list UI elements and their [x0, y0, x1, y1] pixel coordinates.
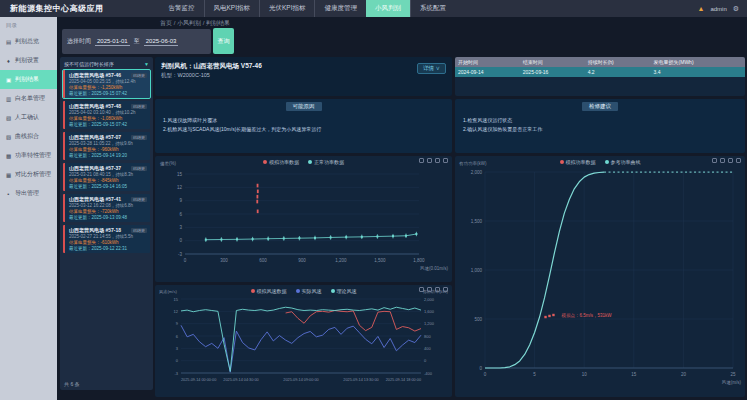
legend-label: 实际风速: [302, 288, 322, 294]
alarm-card-period: 2025-04-02 03:10:40，持续10.2h: [69, 110, 147, 115]
legend-dot-icon: [263, 160, 267, 164]
chart-legend: 模拟功率数据正常功率数据: [155, 159, 452, 165]
alarm-card-title: 山西老营风电场 #57-41已结束: [69, 196, 147, 202]
svg-text:800: 800: [424, 334, 431, 339]
toolbox-icon[interactable]: [427, 287, 432, 292]
sidebar-item-判别设置[interactable]: ♦判别设置: [0, 51, 57, 70]
toolbox-icon[interactable]: [443, 158, 448, 163]
toolbox-icon[interactable]: [720, 158, 725, 163]
legend-item-理论风速[interactable]: 理论风速: [331, 288, 357, 294]
maintenance-suggestions-panel: 检修建议 1.检查风速仪运行状态2.确认风速仪加热装置是否正常工作: [455, 99, 745, 153]
alarm-card[interactable]: 山西老营风电场 #57-46已结束2025-04-05 00:25:15，持续1…: [63, 70, 150, 98]
top-nav: 告警监控风电KPI指标光伏KPI指标健康度管理小风判别系统配置: [160, 0, 455, 17]
legend-label: 模拟风速数据: [257, 288, 287, 294]
nav-item-风电KPI指标[interactable]: 风电KPI指标: [204, 0, 259, 17]
turbine-detail-title: 判别风机：山西老营风电场 V57-46: [155, 57, 452, 72]
legend-item-模拟功率数据[interactable]: 模拟功率数据: [560, 159, 596, 165]
alarm-card-updated: 最近更新：2025-09-15 07:42: [69, 122, 147, 127]
sidebar-item-对比分析管理[interactable]: ▦对比分析管理: [0, 165, 57, 184]
alarm-card[interactable]: 山西老营风电场 #57-41已结束2025-03-12 16:22:08，持续6…: [63, 194, 150, 222]
svg-text:600: 600: [259, 258, 267, 263]
sidebar-item-icon: ▧: [5, 134, 12, 140]
legend-item-模拟风速数据[interactable]: 模拟风速数据: [251, 288, 287, 294]
query-button[interactable]: 查询: [213, 28, 234, 54]
svg-text:1,500: 1,500: [471, 219, 483, 224]
end-date-input[interactable]: 2025-06-03: [144, 38, 179, 46]
legend-item-实际风速[interactable]: 实际风速: [296, 288, 322, 294]
username[interactable]: admin: [710, 6, 726, 12]
toolbox-icon[interactable]: [427, 158, 432, 163]
app-title: 新能源集控中心高级应用: [0, 3, 114, 14]
alarm-card-turbine: 山西老营风电场 #57-48: [69, 103, 121, 109]
alarm-card[interactable]: 山西老营风电场 #57-37已结束2025-03-21 08:40:15，持续8…: [63, 163, 150, 191]
table-header: 结束时间: [520, 57, 585, 67]
power-curve-plot[interactable]: 05001,0001,5002,0000510152025有功功率(kW)风速(…: [455, 156, 745, 394]
alarm-card[interactable]: 山西老营风电场 #57-18已结束2025-02-27 21:14:55，持续5…: [63, 225, 150, 253]
legend-dot-icon: [605, 160, 609, 164]
toolbox-icon[interactable]: [435, 158, 440, 163]
svg-text:900: 900: [298, 258, 306, 263]
legend-label: 模拟功率数据: [566, 159, 596, 165]
svg-text:300: 300: [220, 258, 228, 263]
sidebar-item-人工确认[interactable]: ▨人工确认: [0, 108, 57, 127]
warning-triangle-icon[interactable]: ▲: [697, 5, 704, 12]
filter-funnel-icon[interactable]: ▼: [144, 61, 149, 67]
gear-icon[interactable]: ⚙: [733, 5, 739, 13]
sidebar-item-判别结果[interactable]: ▣判别结果: [0, 70, 57, 89]
legend-item-模拟功率数据[interactable]: 模拟功率数据: [263, 159, 299, 165]
nav-item-健康度管理[interactable]: 健康度管理: [314, 0, 366, 17]
alarm-list-panel: 按不可信运行时长排序 ▼ 山西老营风电场 #57-46已结束2025-04-05…: [60, 57, 153, 390]
nav-item-小风判别[interactable]: 小风判别: [366, 0, 410, 17]
nav-item-光伏KPI指标[interactable]: 光伏KPI指标: [259, 0, 314, 17]
sidebar-menu: ▤判别总览♦判别设置▣判别结果▥白名单管理▨人工确认▧曲线拟合▩功率特性管理▦对…: [0, 32, 57, 203]
sidebar-section-label: 目录: [0, 17, 57, 32]
sidebar-item-label: 判别设置: [15, 56, 39, 65]
legend-dot-icon: [251, 289, 255, 293]
sidebar-item-白名单管理[interactable]: ▥白名单管理: [0, 89, 57, 108]
sidebar-item-icon: ▪: [5, 191, 12, 197]
sidebar-item-功率特性管理[interactable]: ▩功率特性管理: [0, 146, 57, 165]
table-cell: 2025-09-16: [520, 67, 585, 77]
alarm-card-period: 2025-03-28 11:05:22，持续9.6h: [69, 141, 147, 146]
alarm-card-title: 山西老营风电场 #57-48已结束: [69, 103, 147, 109]
toolbox-icon[interactable]: [712, 158, 717, 163]
status-badge: 已结束: [131, 166, 147, 171]
svg-text:15: 15: [631, 372, 637, 377]
sidebar-item-判别总览[interactable]: ▤判别总览: [0, 32, 57, 51]
sidebar-item-导出管理[interactable]: ▪导出管理: [0, 184, 57, 203]
toolbox-icon[interactable]: [728, 158, 733, 163]
date-filter-label: 选择时间: [67, 37, 91, 46]
sort-dropdown[interactable]: 按不可信运行时长排序 ▼: [60, 57, 153, 70]
toolbox-icon[interactable]: [435, 287, 440, 292]
legend-dot-icon: [308, 160, 312, 164]
scatter-plot[interactable]: -30369121503006009001,2001,5001,800偏差(%)…: [155, 156, 452, 280]
nav-item-系统配置[interactable]: 系统配置: [410, 0, 455, 17]
alarm-card-title: 山西老营风电场 #57-07已结束: [69, 134, 147, 140]
table-row[interactable]: 2024-09-142025-09-164.23.4: [455, 67, 745, 77]
alarm-card-period: 2025-03-21 08:40:15，持续8.3h: [69, 172, 147, 177]
timeseries-plot[interactable]: -303691215-40004008001,2001,6002,0002025…: [155, 285, 452, 395]
svg-text:2025-09-14 00:00:00: 2025-09-14 00:00:00: [181, 378, 216, 382]
suggestions-title: 检修建议: [582, 102, 618, 111]
legend-item-参考功率曲线[interactable]: 参考功率曲线: [605, 159, 641, 165]
toolbox-icon[interactable]: [443, 287, 448, 292]
legend-item-正常功率数据[interactable]: 正常功率数据: [308, 159, 344, 165]
sidebar-item-曲线拟合[interactable]: ▧曲线拟合: [0, 127, 57, 146]
nav-item-告警监控[interactable]: 告警监控: [160, 0, 204, 17]
svg-text:1,200: 1,200: [335, 258, 347, 263]
detail-dropdown-button[interactable]: 详情 ∨: [417, 63, 446, 74]
sidebar-item-icon: ▤: [5, 39, 12, 45]
svg-text:0: 0: [176, 358, 179, 363]
alarm-card[interactable]: 山西老营风电场 #57-07已结束2025-03-28 11:05:22，持续9…: [63, 132, 150, 160]
sidebar-item-icon: ▨: [5, 115, 12, 121]
start-date-input[interactable]: 2025-01-01: [95, 38, 130, 46]
alarm-card[interactable]: 山西老营风电场 #57-48已结束2025-04-02 03:10:40，持续1…: [63, 101, 150, 129]
toolbox-icon[interactable]: [419, 287, 424, 292]
toolbox-icon[interactable]: [736, 158, 741, 163]
legend-dot-icon: [296, 289, 300, 293]
svg-text:0: 0: [179, 238, 182, 243]
svg-text:2,000: 2,000: [471, 170, 483, 175]
episode-table: 开始时间结束时间持续时长(h)发电量损失(MWh) 2024-09-142025…: [455, 57, 745, 77]
toolbox-icon[interactable]: [419, 158, 424, 163]
svg-text:12: 12: [177, 185, 183, 190]
